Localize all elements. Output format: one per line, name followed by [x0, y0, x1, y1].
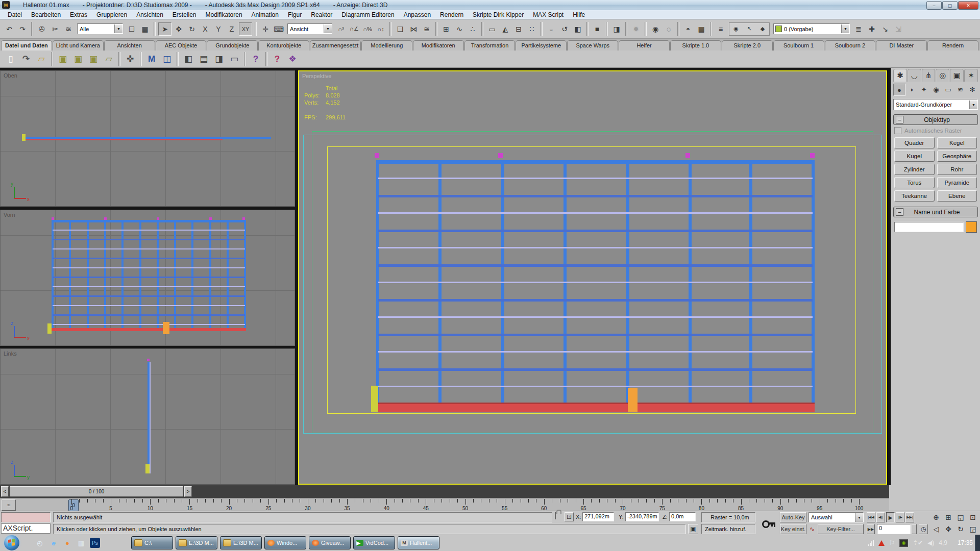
key-step-toggle-icon[interactable]: ▶▶: [867, 524, 875, 534]
object-color-swatch[interactable]: [966, 221, 977, 233]
tab-transformation[interactable]: Transformation: [464, 40, 516, 51]
time-configuration-icon[interactable]: ◷: [919, 524, 928, 534]
add-time-tag[interactable]: Zeitmark. hinzuf.: [701, 524, 755, 534]
tab-modellierung[interactable]: Modellierung: [361, 40, 412, 51]
mini-curve-editor-icon[interactable]: ≈: [2, 499, 16, 511]
menu-figur[interactable]: Figur: [283, 11, 306, 18]
menu-max-script[interactable]: MAX Script: [528, 11, 568, 18]
save-file-icon[interactable]: ▣: [56, 53, 69, 66]
media-player-quick-icon[interactable]: ◴: [35, 538, 45, 548]
material-sample-icon[interactable]: ◌: [663, 23, 675, 35]
menu-reaktor[interactable]: Reaktor: [306, 11, 337, 18]
photoshop-icon[interactable]: Ps: [90, 538, 100, 548]
tab-skripte-2-0[interactable]: Skripte 2.0: [722, 40, 773, 51]
menu-ansichten[interactable]: Ansichten: [132, 11, 168, 18]
tab-di-master[interactable]: DI Master: [876, 40, 927, 51]
taskbar-button-3[interactable]: Windo...: [264, 536, 306, 549]
snap-toggle-3d-icon[interactable]: ∩³: [335, 23, 347, 35]
add-to-layer-icon[interactable]: ✚: [866, 23, 878, 35]
viewport-perspective[interactable]: Perspektive Total Polys: 8.028 Verts: 4.…: [298, 70, 887, 485]
tutorials-icon[interactable]: ❖: [286, 53, 299, 66]
flag-action-center-icon[interactable]: ⚐: [889, 539, 895, 546]
default-in-out-tangent-icon[interactable]: ∿: [808, 524, 816, 534]
time-slider-track[interactable]: < 0 / 100 >: [0, 485, 889, 498]
tab-aec-objekte[interactable]: AEC Objekte: [156, 40, 207, 51]
zoom-extents-all-icon[interactable]: ⊡: [968, 512, 978, 522]
chevron-down-icon[interactable]: ▼: [841, 24, 849, 33]
track-bar[interactable]: ≈ 0 051015202530354045505560657075808590…: [0, 498, 889, 511]
volume-icon[interactable]: ◀): [927, 539, 934, 546]
primitive-button-ebene[interactable]: Ebene: [937, 190, 977, 202]
material-editor-window-icon[interactable]: ◨: [610, 23, 623, 35]
image-viewer-icon[interactable]: ▦: [76, 538, 86, 548]
isolate-eye-icon[interactable]: ◉: [730, 23, 742, 35]
snapshot-icon[interactable]: ∷: [526, 23, 538, 35]
menu-skripte-dirk-kipper[interactable]: Skripte Dirk Kipper: [468, 11, 528, 18]
tab-grundobjekte[interactable]: Grundobjekte: [207, 40, 258, 51]
new-scene-icon[interactable]: ▯: [4, 53, 17, 66]
cameras-icon[interactable]: ◉: [930, 84, 942, 95]
save-copy-icon[interactable]: ▱: [102, 53, 115, 66]
tab-licht-und-kamera[interactable]: Licht und Kamera: [53, 40, 104, 51]
tab-partikelsysteme[interactable]: Partikelsysteme: [516, 40, 567, 51]
mirror-geometry-icon[interactable]: ◭: [499, 23, 511, 35]
tab-datei-und-daten[interactable]: Datei und Daten: [1, 40, 52, 51]
create-tab[interactable]: ✱: [893, 69, 907, 82]
nvidia-tray-icon[interactable]: ◉: [899, 539, 908, 547]
next-key-icon[interactable]: ||▶: [896, 512, 904, 522]
taskbar-button-1[interactable]: E:\3D M...: [176, 536, 217, 549]
menu-anpassen[interactable]: Anpassen: [399, 11, 435, 18]
maxscript-mini-listener-pink[interactable]: [1, 512, 51, 522]
render-scene-dialog-icon[interactable]: ■: [591, 23, 603, 35]
select-and-rotate-icon[interactable]: ↻: [186, 23, 198, 35]
lights-icon[interactable]: ✦: [918, 84, 929, 95]
tab-soulbourn-1[interactable]: Soulbourn 1: [773, 40, 824, 51]
percent-snap-icon[interactable]: ∩%: [361, 23, 374, 35]
utilities-tab[interactable]: ✶: [964, 69, 978, 82]
primitive-button-kugel[interactable]: Kugel: [894, 151, 935, 162]
viewport-left[interactable]: Links zy: [0, 348, 295, 485]
primitive-button-zylinder[interactable]: Zylinder: [894, 164, 935, 175]
tab-rendern[interactable]: Rendern: [927, 40, 978, 51]
go-to-end-icon[interactable]: ▶▶|: [905, 512, 914, 522]
tab-space-warps[interactable]: Space Warps: [567, 40, 618, 51]
render-setup-icon[interactable]: ✹: [630, 23, 642, 35]
primitive-button-teekanne[interactable]: Teekanne: [894, 190, 935, 202]
taskbar-button-2[interactable]: E:\3D M...: [220, 536, 262, 549]
open-file-icon[interactable]: ▱: [35, 53, 48, 66]
file-properties-icon[interactable]: M: [145, 53, 158, 66]
orbit-icon[interactable]: ↻: [955, 524, 966, 534]
menu-gruppieren[interactable]: Gruppieren: [92, 11, 132, 18]
align-icon[interactable]: ≅: [421, 23, 433, 35]
primitive-button-pyramide[interactable]: Pyramide: [937, 177, 977, 188]
taskbar-button-5[interactable]: ▶VidCod...: [353, 536, 395, 549]
absolute-relative-toggle-icon[interactable]: ⊡: [565, 512, 574, 521]
y-coordinate-field[interactable]: -2340,789m: [625, 512, 659, 521]
chevron-down-icon[interactable]: ▼: [969, 101, 977, 109]
chevron-down-icon[interactable]: ▼: [855, 513, 863, 522]
menu-hilfe[interactable]: Hilfe: [568, 11, 590, 18]
tab-soulbourn-2[interactable]: Soulbourn 2: [825, 40, 876, 51]
motion-tab[interactable]: ◎: [936, 69, 949, 82]
render-last-icon[interactable]: ◒: [545, 23, 557, 35]
set-keys-key-icon[interactable]: [758, 513, 779, 534]
zoom-extents-icon[interactable]: ◱: [955, 512, 966, 522]
collapse-icon[interactable]: –: [896, 116, 903, 123]
zoom-icon[interactable]: ⊕: [931, 512, 941, 522]
select-and-manipulate-icon[interactable]: ✛: [259, 23, 272, 35]
isolate-cube-icon[interactable]: ▣: [688, 524, 698, 534]
viewport-left-label[interactable]: Links: [4, 350, 17, 357]
zoom-all-icon[interactable]: ⊞: [943, 512, 953, 522]
batch-render-icon[interactable]: ▦: [695, 23, 707, 35]
menu-animation[interactable]: Animation: [247, 11, 283, 18]
reset-scene-icon[interactable]: ↷: [19, 53, 33, 66]
auto-key-button[interactable]: Auto-Key: [780, 512, 806, 522]
schematic-view-icon[interactable]: ∴: [467, 23, 479, 35]
key-mode-dropdown[interactable]: Auswahl ▼: [808, 512, 864, 522]
current-frame-field[interactable]: 0: [877, 524, 911, 534]
network-signal-icon[interactable]: [868, 540, 874, 546]
select-object-icon[interactable]: ➤: [158, 22, 172, 36]
tab-konturobjekte[interactable]: Konturobjekte: [258, 40, 309, 51]
primitive-button-torus[interactable]: Torus: [894, 177, 935, 188]
x-coordinate-field[interactable]: 271,092m: [582, 512, 614, 521]
